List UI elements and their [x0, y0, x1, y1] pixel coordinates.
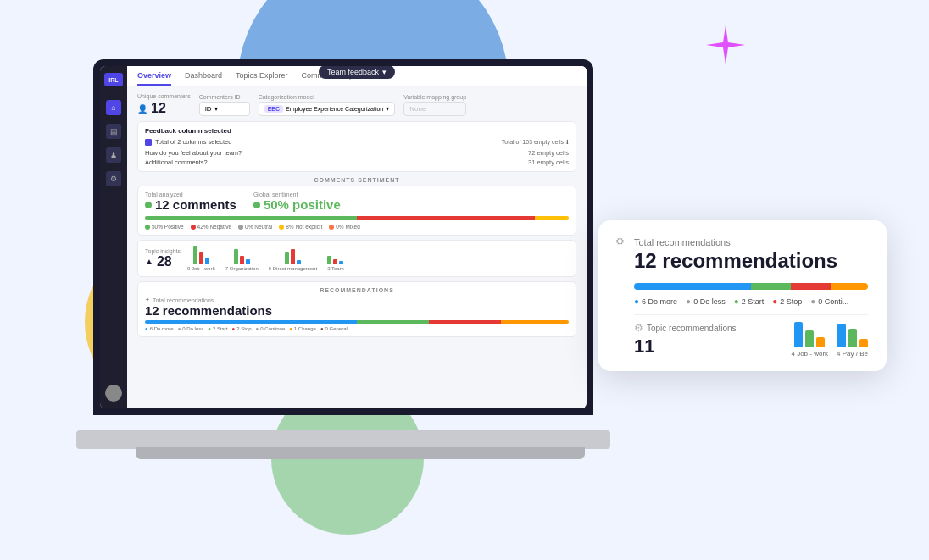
float-do-less-dot: ● [686, 297, 691, 306]
global-sentiment-group: Global sentiment 50% positive [253, 191, 341, 212]
bar-green-2 [234, 249, 238, 264]
empty-cells-stat: Total of 103 empty cells ℹ [502, 139, 569, 146]
feedback-row-1: How do you feel about your team? 72 empt… [145, 149, 569, 157]
app-logo: IRL [104, 73, 123, 86]
recs-change-bar [501, 320, 569, 324]
screen-inner: IRL ⌂ ▤ ♟ ⚙ Team feedback ▾ Overview [100, 66, 587, 408]
legend-start: ● 2 Start [208, 326, 227, 331]
neutral-dot [238, 225, 243, 230]
green-dot-icon-2 [253, 202, 260, 208]
laptop-foot [136, 447, 585, 459]
legend-positive: 50% Positive [145, 224, 184, 230]
float-start-dot: ● [734, 297, 739, 306]
float-legend-stop: ● 2 Stop [772, 297, 802, 306]
sidebar: IRL ⌂ ▤ ♟ ⚙ [100, 66, 127, 408]
float-pay-bar-1 [837, 324, 846, 347]
model-badge: EEC [264, 105, 283, 113]
change-dot: ● [289, 326, 292, 331]
unique-commenters-value: 👤 12 [137, 101, 191, 116]
float-jw-label: 4 Job - work [792, 350, 829, 358]
categorization-model-label: Categorization model [259, 94, 396, 100]
recommendations-card: RECOMMENDATIONS ✦ Total recommendations … [137, 281, 576, 337]
dm-label: 6 Direct management [269, 266, 317, 271]
legend-not-explicit: 8% Not explicit [279, 224, 322, 230]
feedback-header: Feedback column selected [145, 127, 569, 135]
feedback-rows: How do you feel about your team? 72 empt… [145, 149, 569, 166]
bar-red-1 [199, 252, 203, 264]
floating-topic-section: ⚙ Topic recommendations 11 4 Job - work [634, 322, 868, 358]
floating-total-recs-value: 12 recommendations [634, 249, 868, 273]
org-label: 7 Organization [225, 266, 259, 271]
float-jw-bar-1 [794, 322, 803, 347]
global-sentiment-value: 50% positive [253, 197, 341, 212]
variable-mapping-input[interactable]: None [403, 102, 466, 116]
total-analyzed-label: Total analyzed [145, 191, 236, 197]
sidebar-icon-home[interactable]: ⌂ [106, 100, 121, 115]
content-area: Unique commenters 👤 12 Commenters ID ID … [127, 86, 587, 408]
topic-job-work-group: 4 Job - work [792, 322, 829, 358]
feedback-section: Feedback column selected Total of 2 colu… [137, 121, 576, 172]
topic-organization: 7 Organization [225, 249, 259, 271]
green-dot-icon [145, 202, 152, 208]
sidebar-icon-settings[interactable]: ⚙ [106, 171, 121, 186]
recs-stop-bar [429, 320, 501, 324]
tab-overview[interactable]: Overview [137, 71, 171, 86]
job-work-bars [193, 246, 209, 264]
recs-label: ✦ Total recommendations [145, 297, 272, 303]
feedback-title-text: Feedback column selected [145, 127, 231, 135]
floating-legend: ● 6 Do more ● 0 Do less ● 2 Start ● 2 St… [634, 297, 868, 306]
topics-card: Topic insights ▲ 28 [137, 240, 576, 277]
floating-topic-recs-value: 11 [634, 335, 737, 358]
general-dot: ● [320, 326, 324, 331]
legend-general: ● 0 General [320, 326, 348, 331]
bar-red-4 [333, 259, 337, 264]
floating-divider [634, 314, 868, 315]
topics-bars: 9 Job - work 7 Organization [187, 246, 344, 271]
tab-topics-explorer[interactable]: Topics Explorer [236, 71, 288, 86]
stop-dot: ● [232, 326, 236, 331]
continue-dot: ● [256, 326, 259, 331]
commenters-id-select[interactable]: ID ▾ [199, 102, 250, 116]
floating-total-recs-label: Total recommendations [634, 237, 868, 247]
bar-blue-3 [297, 260, 301, 264]
mixed-dot [329, 225, 334, 230]
float-continue-dot: ● [810, 297, 815, 306]
team-feedback-button[interactable]: Team feedback ▾ [319, 66, 395, 79]
legend-neutral: 0% Neutral [238, 224, 272, 230]
user-avatar[interactable] [105, 385, 122, 402]
floating-topic-recs-label: ⚙ Topic recommendations [634, 322, 737, 334]
float-change-bar [831, 283, 868, 290]
floating-topic-left: ⚙ Topic recommendations 11 [634, 322, 737, 358]
legend-do-more: ● 6 Do more [145, 326, 174, 331]
legend-stop: ● 2 Stop [232, 326, 252, 331]
main-content: Team feedback ▾ Overview Dashboard Topic… [127, 66, 587, 408]
positive-dot [145, 225, 150, 230]
bar-blue-4 [339, 261, 343, 264]
recs-icon: ✦ [145, 297, 150, 303]
commenters-id-label: Commenters ID [199, 94, 250, 100]
recs-metric: ✦ Total recommendations 12 recommendatio… [145, 297, 272, 318]
bar-green-1 [193, 246, 197, 264]
bar-green-3 [285, 252, 289, 264]
sidebar-icon-user[interactable]: ♟ [106, 147, 121, 163]
job-work-label: 9 Job - work [187, 266, 215, 271]
tab-dashboard[interactable]: Dashboard [185, 71, 222, 86]
checkbox-icon [145, 139, 152, 146]
info-icon: ℹ [566, 139, 569, 146]
float-do-more-bar [634, 283, 751, 290]
do-less-dot: ● [178, 326, 181, 331]
float-do-more-dot: ● [634, 297, 639, 306]
not-explicit-segment [535, 216, 569, 220]
sidebar-icon-chart[interactable]: ▤ [106, 124, 121, 139]
sentiment-card: Total analyzed 12 comments Global sentim… [137, 186, 576, 236]
recs-start-bar [357, 320, 429, 324]
unique-commenters-group: Unique commenters 👤 12 [137, 93, 191, 116]
sentiment-legend: 50% Positive 42% Negative 0% Neutral [145, 224, 569, 230]
float-stop-bar [791, 283, 831, 290]
topic-job-work: 9 Job - work [187, 246, 215, 271]
float-legend-do-less: ● 0 Do less [686, 297, 726, 306]
categorization-model-select[interactable]: EEC Employee Experience Categorization ▾ [259, 102, 396, 116]
feedback-title: Feedback column selected [145, 127, 231, 135]
variable-mapping-label: Variable mapping group [403, 94, 466, 100]
pay-float-bars [837, 324, 868, 347]
